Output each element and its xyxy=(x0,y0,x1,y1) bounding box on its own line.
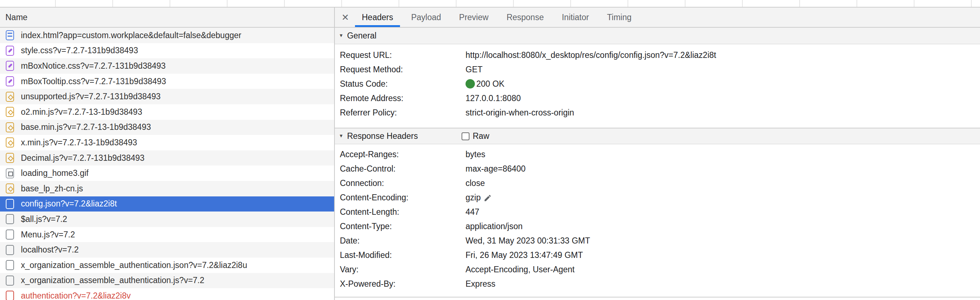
header-value: close xyxy=(466,178,485,188)
header-row: Remote Address:127.0.0.1:8080 xyxy=(335,91,980,105)
header-row: Vary:Accept-Encoding, User-Agent xyxy=(335,262,980,277)
script-icon xyxy=(6,92,14,102)
request-row[interactable]: loading_home3.gif xyxy=(0,165,334,181)
file-icon xyxy=(6,260,14,270)
file-icon xyxy=(6,290,14,300)
request-row[interactable]: x_organization_assemble_authentication.j… xyxy=(0,273,334,289)
close-icon[interactable]: ✕ xyxy=(339,12,352,23)
image-icon xyxy=(6,168,14,178)
header-value-wrap: Accept-Encoding, User-Agent xyxy=(466,265,574,275)
header-value-wrap: Wed, 31 May 2023 00:31:33 GMT xyxy=(466,236,590,246)
header-value: Accept-Encoding, User-Agent xyxy=(466,265,574,275)
response-headers-section-header[interactable]: ▼ Response Headers Raw xyxy=(335,128,980,144)
header-value-wrap: Express xyxy=(466,279,495,289)
file-icon xyxy=(6,230,14,240)
request-row[interactable]: base.min.js?v=7.2.7-13-1b9d38493 xyxy=(0,120,334,135)
general-section-title: General xyxy=(347,31,377,41)
header-value-wrap: bytes xyxy=(466,150,485,159)
header-value: Fri, 26 May 2023 13:47:49 GMT xyxy=(466,250,583,260)
header-name: Content-Type: xyxy=(340,222,466,231)
tab-payload[interactable]: Payload xyxy=(404,8,449,27)
request-name: config.json?v=7.2&liaz2i8t xyxy=(21,199,117,209)
stylesheet-icon xyxy=(6,46,14,56)
request-row[interactable]: unsupported.js?v=7.2.7-131b9d38493 xyxy=(0,89,334,104)
header-value-wrap: Fri, 26 May 2023 13:47:49 GMT xyxy=(466,250,583,260)
disclosure-triangle-icon: ▼ xyxy=(339,133,344,138)
request-name: unsupported.js?v=7.2.7-131b9d38493 xyxy=(21,92,161,102)
details-tabbar: ✕ HeadersPayloadPreviewResponseInitiator… xyxy=(335,8,980,28)
header-value-wrap: http://localhost:8080/x_desktop/res/conf… xyxy=(466,50,716,60)
request-row[interactable]: authentication?v=7.2&liaz2i8v xyxy=(0,288,334,300)
request-row[interactable]: o2.min.js?v=7.2.7-13-1b9d38493 xyxy=(0,104,334,120)
header-value: 127.0.0.1:8080 xyxy=(466,94,520,103)
header-name: Cache-Control: xyxy=(340,164,466,174)
header-value: Express xyxy=(466,279,495,289)
request-row[interactable]: x.min.js?v=7.2.7-13-1b9d38493 xyxy=(0,135,334,150)
response-headers-section-title: Response Headers xyxy=(347,131,418,141)
header-row: Content-Type:application/json xyxy=(335,219,980,233)
tab-response[interactable]: Response xyxy=(499,8,552,27)
requests-list: index.html?app=custom.workplace&default=… xyxy=(0,28,334,300)
stylesheet-icon xyxy=(6,61,14,71)
request-row[interactable]: localhost?v=7.2 xyxy=(0,242,334,257)
header-row: Content-Encoding:gzip xyxy=(335,190,980,205)
request-name: mBoxTooltip.css?v=7.2.7-131b9d38493 xyxy=(21,77,166,86)
request-name: base.min.js?v=7.2.7-13-1b9d38493 xyxy=(21,122,151,132)
tab-timing[interactable]: Timing xyxy=(600,8,639,27)
header-value: gzip xyxy=(466,193,480,203)
header-value: GET xyxy=(466,65,482,75)
status-ok-dot-icon xyxy=(466,79,475,89)
file-icon xyxy=(6,214,14,224)
request-row[interactable]: $all.js?v=7.2 xyxy=(0,211,334,227)
request-name: base_lp_zh-cn.js xyxy=(21,184,83,194)
request-row[interactable]: Decimal.js?v=7.2.7-131b9d38493 xyxy=(0,150,334,166)
tab-label: Initiator xyxy=(562,13,589,22)
request-row[interactable]: Menu.js?v=7.2 xyxy=(0,227,334,243)
request-row[interactable]: mBoxTooltip.css?v=7.2.7-131b9d38493 xyxy=(0,74,334,89)
request-name: authentication?v=7.2&liaz2i8v xyxy=(21,291,131,300)
response-headers-section-body: Accept-Ranges:bytesCache-Control:max-age… xyxy=(335,144,980,297)
edit-header-icon[interactable] xyxy=(484,194,492,202)
stylesheet-icon xyxy=(6,76,14,86)
network-overview-timeline[interactable] xyxy=(0,0,980,8)
request-name: x_organization_assemble_authentication.j… xyxy=(21,260,247,270)
header-value: http://localhost:8080/x_desktop/res/conf… xyxy=(466,50,716,60)
details-tabs: HeadersPayloadPreviewResponseInitiatorTi… xyxy=(354,8,642,27)
script-icon xyxy=(6,137,14,148)
request-name: x.min.js?v=7.2.7-13-1b9d38493 xyxy=(21,138,137,148)
name-column-header[interactable]: Name xyxy=(0,8,334,28)
header-name: Status Code: xyxy=(340,79,466,89)
request-row[interactable]: mBoxNotice.css?v=7.2.7-131b9d38493 xyxy=(0,58,334,74)
request-name: x_organization_assemble_authentication.j… xyxy=(21,276,205,285)
header-name: Last-Modified: xyxy=(340,250,466,260)
header-value: 200 OK xyxy=(476,79,504,89)
header-name: X-Powered-By: xyxy=(340,279,466,289)
request-row[interactable]: config.json?v=7.2&liaz2i8t xyxy=(0,197,334,212)
raw-checkbox[interactable] xyxy=(461,132,469,140)
tab-label: Payload xyxy=(411,13,441,22)
request-name: o2.min.js?v=7.2.7-13-1b9d38493 xyxy=(21,107,142,117)
tab-initiator[interactable]: Initiator xyxy=(554,8,596,27)
header-value: 447 xyxy=(466,207,479,217)
general-section-header[interactable]: ▼ General xyxy=(335,28,980,44)
request-row[interactable]: x_organization_assemble_authentication.j… xyxy=(0,257,334,273)
tab-label: Timing xyxy=(607,13,632,22)
header-row: Date:Wed, 31 May 2023 00:31:33 GMT xyxy=(335,233,980,248)
general-section-body: Request URL:http://localhost:8080/x_desk… xyxy=(335,44,980,128)
tab-preview[interactable]: Preview xyxy=(452,8,496,27)
network-panel: Name index.html?app=custom.workplace&def… xyxy=(0,8,980,300)
tab-headers[interactable]: Headers xyxy=(354,8,401,27)
header-value-wrap: 200 OK xyxy=(466,79,504,89)
request-row[interactable]: style.css?v=7.2.7-131b9d38493 xyxy=(0,43,334,59)
header-row: Last-Modified:Fri, 26 May 2023 13:47:49 … xyxy=(335,248,980,262)
request-row[interactable]: base_lp_zh-cn.js xyxy=(0,181,334,197)
name-column-label: Name xyxy=(5,13,27,22)
request-name: localhost?v=7.2 xyxy=(21,245,78,255)
raw-toggle: Raw xyxy=(461,129,489,144)
header-row: Request Method:GET xyxy=(335,62,980,77)
header-value-wrap: strict-origin-when-cross-origin xyxy=(466,108,574,117)
request-details-panel: ✕ HeadersPayloadPreviewResponseInitiator… xyxy=(335,8,980,300)
request-name: Menu.js?v=7.2 xyxy=(21,230,75,240)
file-icon xyxy=(6,245,14,255)
request-row[interactable]: index.html?app=custom.workplace&default=… xyxy=(0,28,334,43)
